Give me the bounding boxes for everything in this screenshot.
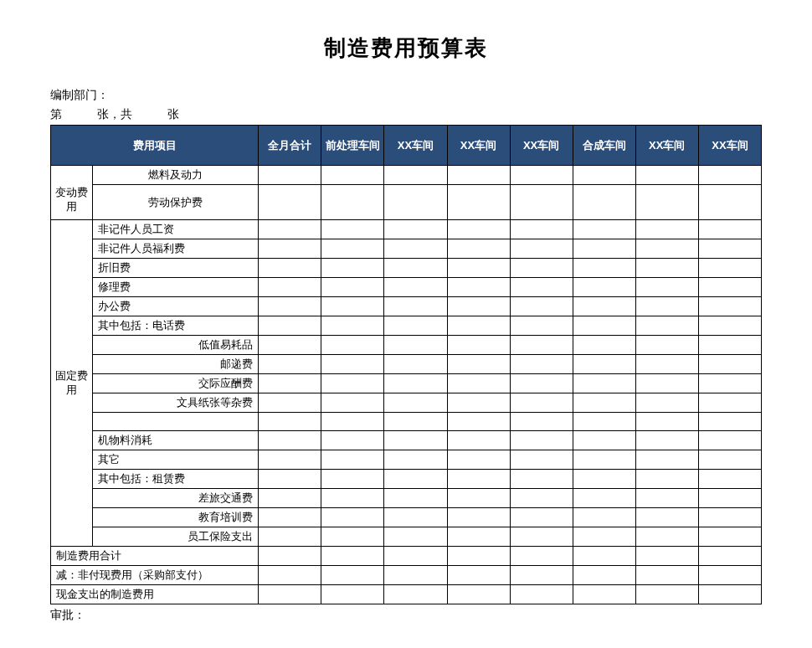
table-row: 机物料消耗 bbox=[51, 431, 762, 450]
table-row: 减：非付现费用（采购部支付） bbox=[51, 566, 762, 585]
table-row: 修理费 bbox=[51, 278, 762, 297]
header-col: XX车间 bbox=[384, 126, 447, 166]
category-variable: 变动费用 bbox=[51, 166, 93, 220]
table-row: 差旅交通费 bbox=[51, 489, 762, 508]
page-title: 制造费用预算表 bbox=[50, 33, 762, 63]
row-label: 差旅交通费 bbox=[93, 489, 259, 508]
header-col: XX车间 bbox=[447, 126, 510, 166]
table-row: 其中包括：租赁费 bbox=[51, 470, 762, 489]
table-row: 非记件人员福利费 bbox=[51, 239, 762, 259]
approve-label: 审批： bbox=[50, 608, 762, 623]
header-col: XX车间 bbox=[698, 126, 761, 166]
row-label: 燃料及动力 bbox=[93, 166, 259, 185]
row-label: 其中包括：租赁费 bbox=[93, 470, 259, 489]
table-row: 变动费用 燃料及动力 bbox=[51, 166, 762, 185]
dept-label: 编制部门： bbox=[50, 86, 762, 104]
table-row bbox=[51, 413, 762, 431]
row-label: 机物料消耗 bbox=[93, 431, 259, 450]
row-label: 修理费 bbox=[93, 278, 259, 297]
table-row: 低值易耗品 bbox=[51, 336, 762, 355]
row-label: 制造费用合计 bbox=[51, 547, 259, 566]
table-row: 邮递费 bbox=[51, 355, 762, 374]
header-col: 全月合计 bbox=[259, 126, 321, 166]
header-col: XX车间 bbox=[510, 126, 573, 166]
row-label: 其它 bbox=[93, 450, 259, 470]
page-count-line: 第 张，共 张 bbox=[50, 105, 762, 123]
header-col: 前处理车间 bbox=[321, 126, 384, 166]
header-item: 费用项目 bbox=[51, 126, 259, 166]
row-label: 减：非付现费用（采购部支付） bbox=[51, 566, 259, 585]
table-row: 办公费 bbox=[51, 297, 762, 316]
table-row: 制造费用合计 bbox=[51, 547, 762, 566]
row-label: 办公费 bbox=[93, 297, 259, 316]
row-label: 非记件人员工资 bbox=[93, 220, 259, 239]
table-row: 折旧费 bbox=[51, 259, 762, 278]
category-fixed: 固定费用 bbox=[51, 220, 93, 547]
header-col: XX车间 bbox=[635, 126, 698, 166]
header-col: 合成车间 bbox=[573, 126, 635, 166]
row-label bbox=[93, 413, 259, 431]
row-label: 交际应酬费 bbox=[93, 374, 259, 393]
table-row: 其中包括：电话费 bbox=[51, 316, 762, 336]
header-row: 费用项目 全月合计 前处理车间 XX车间 XX车间 XX车间 合成车间 XX车间… bbox=[51, 126, 762, 166]
row-label: 其中包括：电话费 bbox=[93, 316, 259, 336]
row-label: 员工保险支出 bbox=[93, 527, 259, 547]
row-label: 劳动保护费 bbox=[93, 185, 259, 220]
row-label: 低值易耗品 bbox=[93, 336, 259, 355]
table-row: 固定费用 非记件人员工资 bbox=[51, 220, 762, 239]
table-row: 教育培训费 bbox=[51, 508, 762, 527]
table-row: 劳动保护费 bbox=[51, 185, 762, 220]
table-row: 文具纸张等杂费 bbox=[51, 393, 762, 413]
table-row: 其它 bbox=[51, 450, 762, 470]
row-label: 折旧费 bbox=[93, 259, 259, 278]
table-row: 交际应酬费 bbox=[51, 374, 762, 393]
budget-table: 费用项目 全月合计 前处理车间 XX车间 XX车间 XX车间 合成车间 XX车间… bbox=[50, 125, 762, 604]
row-label: 现金支出的制造费用 bbox=[51, 585, 259, 604]
row-label: 邮递费 bbox=[93, 355, 259, 374]
table-row: 现金支出的制造费用 bbox=[51, 585, 762, 604]
row-label: 教育培训费 bbox=[93, 508, 259, 527]
row-label: 非记件人员福利费 bbox=[93, 239, 259, 259]
table-row: 员工保险支出 bbox=[51, 527, 762, 547]
row-label: 文具纸张等杂费 bbox=[93, 393, 259, 413]
